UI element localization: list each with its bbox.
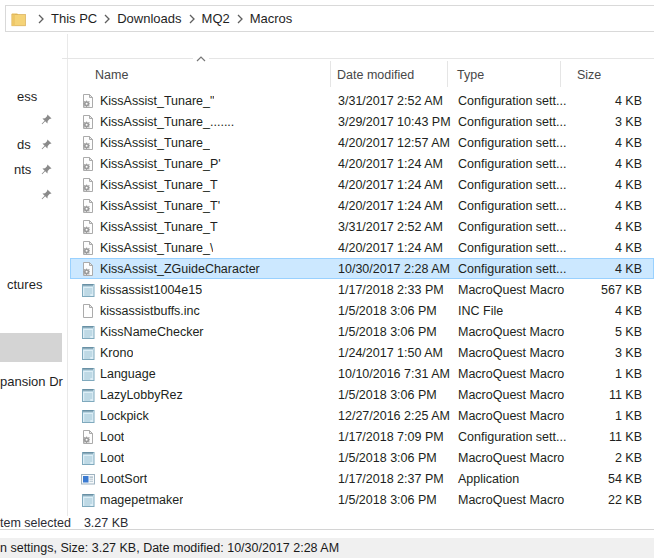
file-type: Configuration sett... (458, 136, 566, 150)
file-date-modified: 3/31/2017 2:52 AM (338, 220, 443, 234)
file-date-modified: 10/10/2016 7:31 AM (338, 367, 450, 381)
file-row[interactable]: kissassistbuffs.inc 1/5/2018 3:06 PM INC… (70, 300, 654, 321)
file-type: Configuration sett... (458, 199, 566, 213)
file-type: MacroQuest Macro (458, 409, 564, 423)
file-row[interactable]: Lockpick 12/27/2016 2:25 AM MacroQuest M… (70, 405, 654, 426)
config-file-icon (80, 135, 96, 151)
file-row[interactable]: LazyLobbyRez 1/5/2018 3:06 PM MacroQuest… (70, 384, 654, 405)
column-resize-handle[interactable] (447, 61, 448, 87)
file-size: 4 KB (615, 178, 642, 192)
file-date-modified: 1/5/2018 3:06 PM (338, 325, 437, 339)
inc-file-icon (80, 303, 96, 319)
application-icon (80, 471, 96, 487)
file-date-modified: 1/17/2018 2:37 PM (338, 472, 444, 486)
file-name: Loot (100, 451, 124, 465)
breadcrumb-macros[interactable]: Macros (250, 11, 293, 26)
file-size: 3 KB (615, 346, 642, 360)
file-row[interactable]: KissAssist_ZGuideCharacter 10/30/2017 2:… (70, 258, 654, 279)
file-size: 4 KB (615, 94, 642, 108)
macro-file-icon (80, 492, 96, 508)
file-row[interactable]: KissAssist_Tunare_" 3/31/2017 2:52 AM Co… (70, 90, 654, 111)
sidebar-item-pictures[interactable]: ctures (7, 277, 42, 292)
file-size: 22 KB (608, 493, 642, 507)
file-name: KissAssist_Tunare_ (100, 136, 210, 150)
file-row[interactable]: Loot 1/17/2018 7:09 PM Configuration set… (70, 426, 654, 447)
status-selected-size: 3.27 KB (84, 516, 128, 530)
file-size: 1 KB (615, 409, 642, 423)
file-row[interactable]: LootSort 1/17/2018 2:37 PM Application 5… (70, 468, 654, 489)
sidebar-item-expansion-drive[interactable]: pansion Dr (0, 374, 63, 389)
file-row[interactable]: magepetmaker 1/5/2018 3:06 PM MacroQuest… (70, 489, 654, 510)
config-file-icon (80, 261, 96, 277)
file-row[interactable]: KissNameChecker 1/5/2018 3:06 PM MacroQu… (70, 321, 654, 342)
folder-icon[interactable] (11, 10, 29, 28)
file-date-modified: 12/27/2016 2:25 AM (338, 409, 450, 423)
file-type: MacroQuest Macro (458, 325, 564, 339)
address-bar[interactable]: This PC Downloads MQ2 Macros (5, 5, 654, 32)
file-date-modified: 1/5/2018 3:06 PM (338, 451, 437, 465)
sidebar-item-quick-access[interactable]: ess (17, 89, 37, 104)
config-file-icon (80, 240, 96, 256)
file-date-modified: 1/5/2018 3:06 PM (338, 493, 437, 507)
file-name: KissNameChecker (100, 325, 204, 339)
file-size: 4 KB (615, 136, 642, 150)
file-name: Lockpick (100, 409, 149, 423)
file-size: 11 KB (609, 430, 642, 444)
pin-icon (40, 138, 53, 151)
file-name: Language (100, 367, 156, 381)
file-date-modified: 4/20/2017 1:24 AM (338, 199, 443, 213)
column-header-name[interactable]: Name (95, 68, 128, 82)
file-date-modified: 1/17/2018 7:09 PM (338, 430, 444, 444)
file-row[interactable]: KissAssist_Tunare_T 4/20/2017 1:24 AM Co… (70, 174, 654, 195)
sort-ascending-caret-icon (193, 54, 209, 63)
file-size: 11 KB (609, 388, 642, 402)
file-list: KissAssist_Tunare_" 3/31/2017 2:52 AM Co… (70, 90, 654, 510)
macro-file-icon (80, 282, 96, 298)
sidebar-item-downloads[interactable]: ds (17, 137, 31, 152)
file-name: LootSort (100, 472, 147, 486)
file-size: 4 KB (615, 262, 642, 276)
column-header-type[interactable]: Type (457, 68, 484, 82)
file-size: 54 KB (608, 472, 642, 486)
file-size: 567 KB (601, 283, 642, 297)
sidebar-selected-item[interactable] (0, 333, 62, 362)
file-row[interactable]: KissAssist_Tunare_....... 3/29/2017 10:4… (70, 111, 654, 132)
breadcrumb-this-pc[interactable]: This PC (51, 11, 97, 26)
macro-file-icon (80, 408, 96, 424)
file-type: Application (458, 472, 519, 486)
column-resize-handle[interactable] (560, 61, 561, 87)
status-details-text: n settings, Size: 3.27 KB, Date modified… (0, 541, 339, 555)
file-row[interactable]: KissAssist_Tunare_P' 4/20/2017 1:24 AM C… (70, 153, 654, 174)
file-row[interactable]: Language 10/10/2016 7:31 AM MacroQuest M… (70, 363, 654, 384)
file-row[interactable]: Loot 1/5/2018 3:06 PM MacroQuest Macro 2… (70, 447, 654, 468)
file-name: Krono (100, 346, 133, 360)
breadcrumb-mq2[interactable]: MQ2 (202, 11, 230, 26)
file-date-modified: 1/24/2017 1:50 AM (338, 346, 443, 360)
breadcrumb-downloads[interactable]: Downloads (117, 11, 181, 26)
file-row[interactable]: Krono 1/24/2017 1:50 AM MacroQuest Macro… (70, 342, 654, 363)
file-explorer-window: This PC Downloads MQ2 Macros ess ds nts … (0, 0, 654, 558)
file-type: Configuration sett... (458, 157, 566, 171)
file-row[interactable]: kissassist1004e15 1/17/2018 2:33 PM Macr… (70, 279, 654, 300)
file-row[interactable]: KissAssist_Tunare_\ 4/20/2017 1:24 AM Co… (70, 237, 654, 258)
chevron-right-icon (237, 14, 243, 24)
file-size: 4 KB (615, 157, 642, 171)
config-file-icon (80, 198, 96, 214)
macro-file-icon (80, 324, 96, 340)
file-row[interactable]: KissAssist_Tunare_T 3/31/2017 2:52 AM Co… (70, 216, 654, 237)
file-type: MacroQuest Macro (458, 346, 564, 360)
file-date-modified: 4/20/2017 1:24 AM (338, 157, 443, 171)
file-row[interactable]: KissAssist_Tunare_ 4/20/2017 12:57 AM Co… (70, 132, 654, 153)
file-date-modified: 1/17/2018 2:33 PM (338, 283, 444, 297)
sidebar-item-documents[interactable]: nts (14, 162, 31, 177)
file-name: KissAssist_Tunare_....... (100, 115, 234, 129)
navpane-divider (67, 34, 68, 516)
column-resize-handle[interactable] (330, 61, 331, 87)
config-file-icon (80, 219, 96, 235)
file-date-modified: 10/30/2017 2:28 AM (338, 262, 450, 276)
file-name: LazyLobbyRez (100, 388, 183, 402)
file-size: 1 KB (615, 367, 642, 381)
column-header-size[interactable]: Size (577, 68, 601, 82)
file-row[interactable]: KissAssist_Tunare_T' 4/20/2017 1:24 AM C… (70, 195, 654, 216)
column-header-date-modified[interactable]: Date modified (337, 68, 414, 82)
